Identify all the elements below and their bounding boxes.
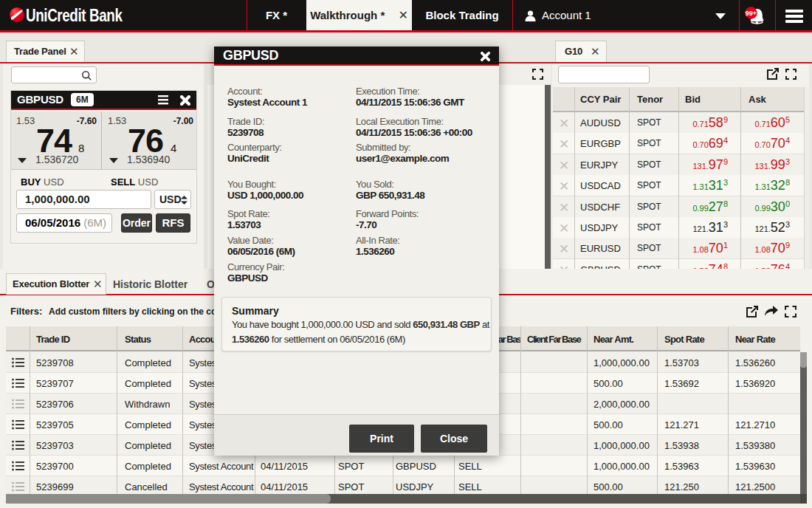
svg-text:99+: 99+ [746,10,757,17]
